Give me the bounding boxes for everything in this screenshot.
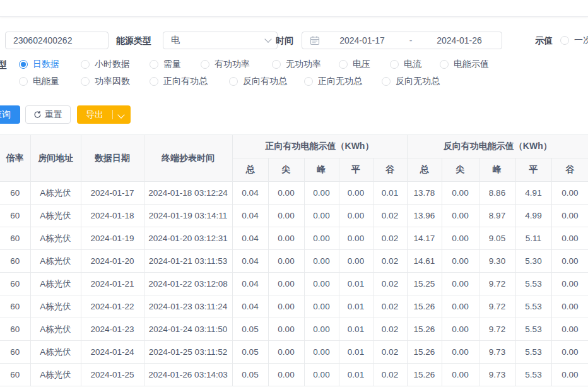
table-cell: 0.01 xyxy=(339,273,373,295)
table-cell: 2024-01-22 xyxy=(81,295,144,318)
sub-header-total: 总 xyxy=(232,158,268,182)
energy-type-select[interactable]: 电 xyxy=(163,32,278,49)
table-row: 60A栋光伏2024-01-232024-01-24 03:11:500.050… xyxy=(0,318,588,341)
table-cell: 0.00 xyxy=(268,273,304,295)
table-cell: 0.00 xyxy=(268,205,304,227)
table-cell: 0.00 xyxy=(304,341,339,364)
table-cell: 2024-01-20 03:12:31 xyxy=(144,227,232,250)
table-cell: 0.01 xyxy=(339,364,373,386)
table-cell: 0.00 xyxy=(442,341,479,364)
radio-option[interactable]: 需量 xyxy=(150,57,181,71)
table-cell: 0.01 xyxy=(339,341,373,364)
radio-option-label: 正向无功总 xyxy=(318,76,362,87)
radio-icon xyxy=(272,60,281,69)
table-cell: 0.00 xyxy=(339,227,373,250)
radio-option[interactable]: 电能量 xyxy=(19,74,59,88)
radio-option[interactable]: 日数据 xyxy=(19,57,59,71)
table-cell: 0.04 xyxy=(232,182,268,205)
energy-type-label: 能源类型 xyxy=(116,32,151,49)
radio-option-label: 小时数据 xyxy=(95,59,130,70)
refresh-icon xyxy=(33,110,42,119)
data-type-radio-row-2: 电能量功率因数正向有功总反向有功总正向无功总反向无功总 xyxy=(0,74,588,88)
table-cell: 0.00 xyxy=(268,182,304,205)
table-cell: 0.00 xyxy=(304,318,339,341)
table-cell: 15.26 xyxy=(407,341,442,364)
radio-option[interactable]: 功率因数 xyxy=(81,74,130,88)
table-cell: 0.00 xyxy=(442,205,479,227)
table-cell: 0.00 xyxy=(304,295,339,318)
table-cell: 0.05 xyxy=(232,341,268,364)
table-cell: 0.00 xyxy=(551,205,588,227)
date-separator: - xyxy=(404,35,417,45)
table-cell: 0.00 xyxy=(551,273,588,295)
table-cell: 2024-01-22 03:12:08 xyxy=(144,273,232,295)
table-cell: 0.02 xyxy=(373,364,407,386)
table-cell: 8.86 xyxy=(479,182,515,205)
table-cell: 2024-01-21 03:11:53 xyxy=(144,250,232,273)
date-start-value[interactable]: 2024-01-17 xyxy=(320,35,404,45)
table-cell: 0.00 xyxy=(442,364,479,386)
radio-option[interactable]: 正向有功总 xyxy=(150,74,208,88)
table-cell: 2024-01-19 03:14:11 xyxy=(144,205,232,227)
radio-option[interactable]: 电能示值 xyxy=(440,57,489,71)
radio-option[interactable]: 正向无功总 xyxy=(304,74,362,88)
table-cell: 2024-01-21 xyxy=(81,273,144,295)
sub-header-peak: 峰 xyxy=(304,158,339,182)
meter-number-input[interactable] xyxy=(5,32,109,49)
export-button[interactable]: 导出 xyxy=(77,105,131,124)
date-end-value[interactable]: 2024-01-26 xyxy=(417,35,502,45)
table-cell: 0.00 xyxy=(442,250,479,273)
table-cell: 0.00 xyxy=(268,364,304,386)
radio-icon xyxy=(339,60,348,69)
table-cell: 0.04 xyxy=(232,295,268,318)
table-cell: 0.04 xyxy=(232,227,268,250)
table-cell: 0.02 xyxy=(373,318,407,341)
table-cell: A栋光伏 xyxy=(30,250,81,273)
table-row: 60A栋光伏2024-01-172024-01-18 03:12:240.040… xyxy=(0,182,588,205)
radio-option-label: 一次 xyxy=(574,35,588,46)
readings-table: 倍率 房间地址 数据日期 终端抄表时间 正向有功电能示值（KWh） 反向有功电能… xyxy=(0,134,588,386)
table-cell: 0.00 xyxy=(442,318,479,341)
table-cell: 0.00 xyxy=(304,250,339,273)
radio-option[interactable]: 反向无功总 xyxy=(382,74,440,88)
table-cell: 2024-01-20 xyxy=(81,250,144,273)
table-cell: 60 xyxy=(0,364,30,386)
table-cell: 0.02 xyxy=(373,250,407,273)
radio-icon xyxy=(19,77,28,86)
reset-button[interactable]: 重置 xyxy=(25,105,71,124)
radio-icon xyxy=(229,77,238,86)
radio-icon xyxy=(81,77,90,86)
radio-option[interactable]: 反向有功总 xyxy=(229,74,287,88)
table-cell: 0.00 xyxy=(551,341,588,364)
table-cell: 0.04 xyxy=(232,273,268,295)
table-cell: 2024-01-18 03:12:24 xyxy=(144,182,232,205)
radio-option-label: 功率因数 xyxy=(95,76,130,87)
sub-header-total: 总 xyxy=(407,158,442,182)
table-cell: 2024-01-19 xyxy=(81,227,144,250)
radio-option[interactable]: 无功功率 xyxy=(272,57,321,71)
radio-option[interactable]: 小时数据 xyxy=(81,57,130,71)
radio-option-label: 电压 xyxy=(353,59,370,70)
table-cell: 0.01 xyxy=(339,295,373,318)
date-range-picker[interactable]: 2024-01-17 - 2024-01-26 xyxy=(302,32,502,49)
table-cell: 2024-01-17 xyxy=(81,182,144,205)
table-cell: 13.78 xyxy=(407,182,442,205)
radio-icon xyxy=(19,60,28,69)
query-button[interactable]: 查询 xyxy=(0,105,20,124)
radio-option-display-value[interactable]: 一次 xyxy=(560,33,588,47)
radio-option[interactable]: 电压 xyxy=(339,57,370,71)
radio-option-label: 电能量 xyxy=(33,76,59,87)
table-cell: 0.00 xyxy=(304,273,339,295)
radio-icon xyxy=(150,77,158,86)
table-cell: 0.00 xyxy=(268,250,304,273)
radio-option[interactable]: 有功功率 xyxy=(201,57,250,71)
table-row: 60A栋光伏2024-01-192024-01-20 03:12:310.040… xyxy=(0,227,588,250)
radio-option[interactable]: 电流 xyxy=(390,57,421,71)
table-cell: 0.00 xyxy=(339,182,373,205)
table-cell: 9.72 xyxy=(479,318,515,341)
table-cell: 15.26 xyxy=(407,318,442,341)
table-cell: 2024-01-26 03:14:03 xyxy=(144,364,232,386)
radio-option-label: 电流 xyxy=(404,59,421,70)
chevron-down-icon[interactable] xyxy=(117,111,124,118)
table-cell: 0.02 xyxy=(373,295,407,318)
